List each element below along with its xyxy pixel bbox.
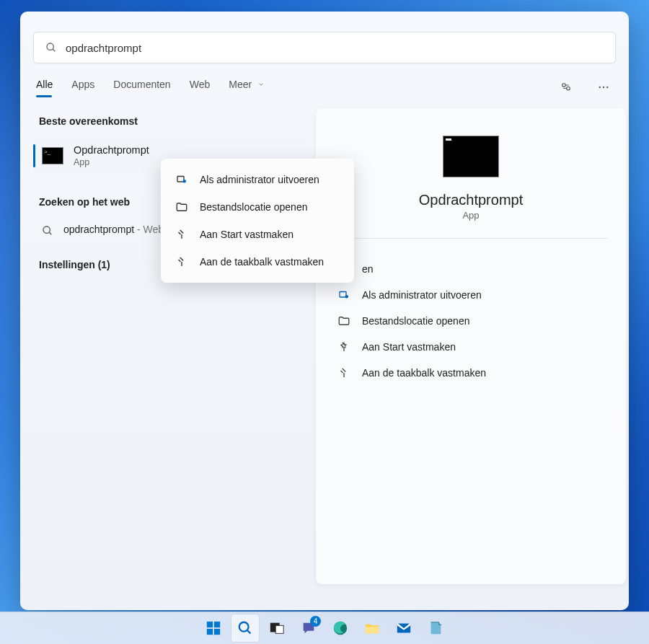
search-icon <box>45 42 66 53</box>
search-bar[interactable] <box>33 32 616 63</box>
folder-icon <box>175 200 188 213</box>
ctx-open-location[interactable]: Bestandslocatie openen <box>164 193 351 221</box>
search-input[interactable] <box>66 42 604 54</box>
svg-rect-23 <box>366 627 379 633</box>
command-prompt-icon <box>42 147 63 164</box>
search-icon <box>42 222 53 237</box>
folder-icon <box>337 314 350 327</box>
svg-rect-14 <box>207 622 213 627</box>
app-type: App <box>316 210 626 221</box>
tab-documents[interactable]: Documenten <box>113 79 170 96</box>
filter-tabs: Alle Apps Documenten Web Meer <box>36 78 613 97</box>
mail-button[interactable] <box>390 614 418 642</box>
tab-more[interactable]: Meer <box>229 79 265 96</box>
ctx-run-admin-label: Als administrator uitvoeren <box>200 174 319 185</box>
ctx-pin-start-label: Aan Start vastmaken <box>200 229 293 240</box>
svg-rect-16 <box>207 629 213 635</box>
tab-web[interactable]: Web <box>190 79 211 96</box>
chat-badge: 4 <box>310 616 321 627</box>
chevron-down-icon <box>257 81 265 88</box>
action-run-admin[interactable]: Als administrator uitvoeren <box>330 282 612 308</box>
action-run-admin-label: Als administrator uitvoeren <box>362 289 482 301</box>
action-open[interactable]: en <box>330 256 612 282</box>
action-open-location-label: Bestandslocatie openen <box>362 315 469 327</box>
shield-admin-icon <box>337 288 350 301</box>
svg-point-4 <box>599 87 601 88</box>
action-pin-taskbar[interactable]: Aan de taakbalk vastmaken <box>330 360 612 386</box>
search-windows-apps-button[interactable] <box>557 78 575 97</box>
divider <box>335 238 607 239</box>
tab-apps[interactable]: Apps <box>71 79 94 96</box>
svg-point-18 <box>239 622 249 632</box>
chat-button[interactable]: 4 <box>295 614 322 642</box>
ctx-pin-start[interactable]: Aan Start vastmaken <box>164 221 351 248</box>
search-window: Alle Apps Documenten Web Meer Beste over… <box>20 12 629 610</box>
action-open-location[interactable]: Bestandslocatie openen <box>330 308 612 334</box>
taskbar: 4 <box>0 612 649 644</box>
svg-point-3 <box>567 87 570 90</box>
svg-rect-15 <box>214 622 220 627</box>
svg-rect-17 <box>214 629 220 635</box>
pin-icon <box>175 255 188 268</box>
svg-line-8 <box>49 232 51 234</box>
action-pin-start-label: Aan Start vastmaken <box>362 341 456 353</box>
notepad-button[interactable] <box>422 614 449 642</box>
task-view-button[interactable] <box>263 614 291 642</box>
search-button[interactable] <box>231 614 259 642</box>
ctx-pin-taskbar-label: Aan de taakbalk vastmaken <box>200 256 324 268</box>
app-large-icon <box>443 136 499 177</box>
svg-line-1 <box>53 49 55 51</box>
context-menu: Als administrator uitvoeren Bestandsloca… <box>161 159 354 283</box>
ctx-run-admin[interactable]: Als administrator uitvoeren <box>164 166 351 193</box>
action-pin-start[interactable]: Aan Start vastmaken <box>330 334 612 360</box>
start-button[interactable] <box>200 614 227 642</box>
svg-point-2 <box>562 84 566 87</box>
pin-icon <box>337 340 350 353</box>
svg-rect-21 <box>275 625 283 633</box>
edge-button[interactable] <box>327 614 354 642</box>
more-options-button[interactable] <box>594 78 613 97</box>
result-subtitle: App <box>74 157 149 167</box>
ctx-pin-taskbar[interactable]: Aan de taakbalk vastmaken <box>164 248 351 275</box>
svg-point-7 <box>43 226 50 233</box>
svg-point-11 <box>345 295 349 299</box>
action-pin-taskbar-label: Aan de taakbalk vastmaken <box>362 367 486 379</box>
tab-more-label: Meer <box>229 79 252 90</box>
svg-point-13 <box>183 180 187 183</box>
pin-icon <box>175 228 188 241</box>
shield-admin-icon <box>175 173 188 186</box>
action-open-label-truncated: en <box>362 263 374 275</box>
result-title: Opdrachtprompt <box>74 144 149 156</box>
app-name: Opdrachtprompt <box>316 192 626 208</box>
svg-point-5 <box>603 87 604 88</box>
svg-point-6 <box>606 87 608 88</box>
web-result-term: opdrachtprompt <box>63 224 134 235</box>
ctx-open-location-label: Bestandslocatie openen <box>200 201 307 213</box>
file-explorer-button[interactable] <box>358 614 386 642</box>
svg-line-19 <box>247 630 251 634</box>
best-match-heading: Beste overeenkomst <box>39 115 307 127</box>
tab-all[interactable]: Alle <box>36 79 53 96</box>
svg-point-0 <box>47 43 53 50</box>
detail-panel: Opdrachtprompt App en Als administrator … <box>316 108 626 584</box>
pin-icon <box>337 366 350 379</box>
